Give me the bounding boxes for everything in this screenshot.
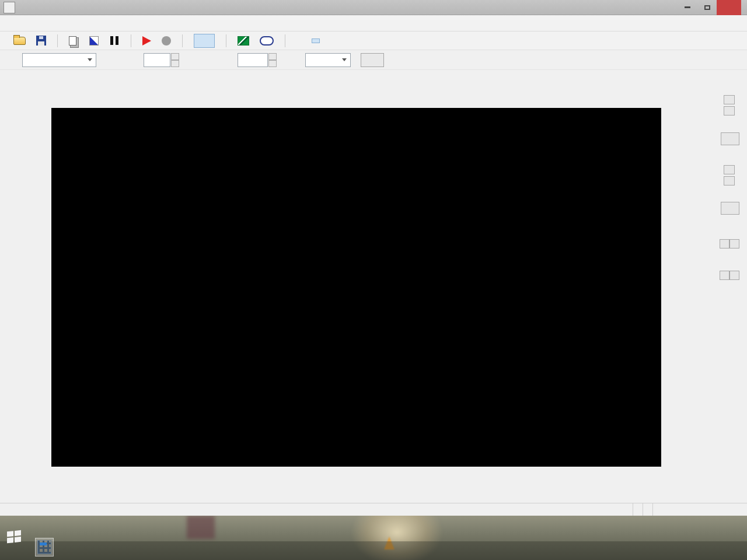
taskbar-app-tiles[interactable] — [36, 538, 53, 556]
copy-button[interactable] — [69, 36, 79, 46]
tiles-app-icon — [37, 540, 51, 554]
toolbar-separator — [131, 34, 131, 47]
wallpaper-shade — [0, 541, 747, 560]
min-up-button[interactable] — [724, 165, 735, 174]
fstart-spinner[interactable] — [171, 53, 179, 67]
right-channel-level — [643, 503, 652, 516]
rlc-button[interactable] — [238, 36, 249, 46]
chart-panel — [0, 70, 747, 503]
left-channel-level — [633, 503, 643, 516]
toolbar — [0, 32, 747, 50]
frhigh-left-button[interactable] — [720, 239, 729, 249]
spin-down-icon[interactable] — [171, 60, 179, 67]
start-button[interactable] — [7, 530, 22, 545]
close-button[interactable] — [717, 0, 741, 15]
magnitude-view-button[interactable] — [296, 39, 301, 43]
toolbar-separator — [57, 34, 58, 47]
copy-icon — [69, 36, 76, 46]
frlow-right-button[interactable] — [729, 271, 739, 280]
app-icon — [4, 2, 15, 13]
minimize-button[interactable] — [678, 0, 697, 15]
spin-up-icon[interactable] — [268, 53, 277, 60]
chevron-down-icon — [88, 58, 92, 61]
status-bar — [0, 503, 747, 516]
chevron-down-icon — [342, 58, 347, 61]
record-button[interactable] — [162, 36, 171, 46]
measurement-mode — [652, 503, 747, 516]
pause-button[interactable] — [109, 36, 120, 45]
control-bar — [0, 51, 747, 70]
menu-bar — [0, 16, 747, 32]
spin-up-icon[interactable] — [171, 53, 179, 60]
generator-button[interactable] — [260, 36, 274, 46]
fit-button[interactable] — [721, 132, 739, 145]
fstop-input[interactable] — [238, 53, 268, 67]
max-down-button[interactable] — [724, 106, 735, 116]
wallpaper-detail — [187, 516, 215, 539]
open-folder-icon — [13, 37, 26, 45]
magnitude-phase-view-button[interactable] — [312, 38, 320, 43]
set-button[interactable] — [721, 202, 739, 215]
min-down-button[interactable] — [724, 176, 735, 186]
title-bar — [0, 0, 747, 15]
max-up-button[interactable] — [724, 95, 735, 104]
maximize-button[interactable] — [698, 0, 717, 15]
save-floppy-icon — [36, 36, 46, 46]
rlc-icon — [238, 36, 249, 46]
calibrate-button[interactable] — [194, 34, 215, 48]
open-file-button[interactable] — [13, 37, 26, 45]
frhigh-right-button[interactable] — [729, 239, 739, 249]
pause-icon — [116, 36, 118, 45]
toolbar-separator — [182, 34, 183, 47]
start-measurement-button[interactable] — [142, 36, 151, 46]
pause-icon — [110, 36, 113, 45]
toolbar-separator — [226, 34, 226, 47]
spin-down-icon[interactable] — [268, 60, 277, 67]
avg-select[interactable] — [305, 53, 351, 67]
record-circle-icon — [162, 36, 171, 46]
color-setup-button[interactable] — [89, 36, 99, 46]
play-icon — [142, 36, 151, 46]
frlow-left-button[interactable] — [720, 271, 729, 280]
impedance-plot[interactable] — [51, 108, 661, 467]
blue-triangle-icon — [89, 36, 99, 46]
save-button[interactable] — [36, 36, 46, 46]
oscilloscope-icon — [260, 36, 274, 46]
reset-button[interactable] — [361, 53, 384, 67]
generator-select[interactable] — [22, 53, 96, 67]
toolbar-separator — [285, 34, 285, 47]
fstart-input[interactable] — [144, 53, 170, 67]
taskbar — [0, 516, 747, 560]
fstop-spinner[interactable] — [268, 53, 277, 67]
